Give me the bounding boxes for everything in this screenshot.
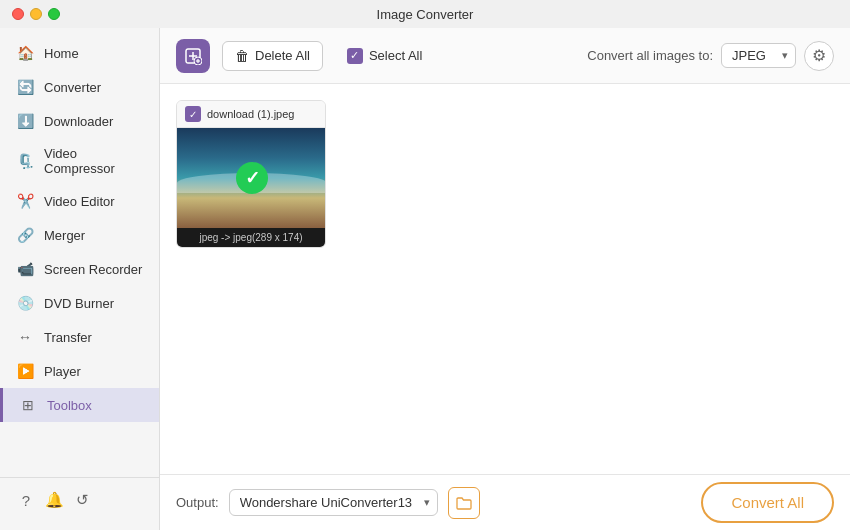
output-label: Output: <box>176 495 219 510</box>
window-title: Image Converter <box>377 7 474 22</box>
sidebar-label-converter: Converter <box>44 80 101 95</box>
image-card: ✓ download (1).jpeg ✓ jpeg -> jpeg(289 x… <box>176 100 326 248</box>
sidebar-item-merger[interactable]: 🔗 Merger <box>0 218 159 252</box>
toolbox-icon: ⊞ <box>19 396 37 414</box>
maximize-button[interactable] <box>48 8 60 20</box>
card-thumbnail[interactable]: ✓ <box>177 128 326 228</box>
trash-icon: 🗑 <box>235 48 249 64</box>
sidebar-item-video-editor[interactable]: ✂️ Video Editor <box>0 184 159 218</box>
toolbar-right: Convert all images to: JPEG PNG BMP TIFF… <box>587 41 834 71</box>
transfer-icon: ↔️ <box>16 328 34 346</box>
sidebar-item-video-compressor[interactable]: 🗜️ Video Compressor <box>0 138 159 184</box>
content-footer: Output: Wondershare UniConverter13 Conve… <box>160 474 850 530</box>
delete-all-label: Delete All <box>255 48 310 63</box>
select-all-checkbox-icon: ✓ <box>347 48 363 64</box>
help-icon[interactable]: ? <box>16 490 36 510</box>
content-toolbar: 🗑 Delete All ✓ Select All Convert all im… <box>160 28 850 84</box>
image-card-header: ✓ download (1).jpeg <box>177 101 325 128</box>
format-select[interactable]: JPEG PNG BMP TIFF WEBP <box>721 43 796 68</box>
video-editor-icon: ✂️ <box>16 192 34 210</box>
traffic-lights <box>12 8 60 20</box>
video-compressor-icon: 🗜️ <box>16 152 34 170</box>
settings-button[interactable]: ⚙ <box>804 41 834 71</box>
downloader-icon: ⬇️ <box>16 112 34 130</box>
sidebar-label-downloader: Downloader <box>44 114 113 129</box>
sidebar: 🏠 Home 🔄 Converter ⬇️ Downloader 🗜️ Vide… <box>0 28 160 530</box>
home-icon: 🏠 <box>16 44 34 62</box>
sidebar-label-screen-recorder: Screen Recorder <box>44 262 142 277</box>
output-folder-select[interactable]: Wondershare UniConverter13 <box>229 489 438 516</box>
sidebar-label-transfer: Transfer <box>44 330 92 345</box>
card-conversion-info: jpeg -> jpeg(289 x 174) <box>177 228 325 247</box>
sidebar-item-screen-recorder[interactable]: 📹 Screen Recorder <box>0 252 159 286</box>
sidebar-label-video-editor: Video Editor <box>44 194 115 209</box>
check-overlay-icon: ✓ <box>236 162 268 194</box>
sidebar-item-downloader[interactable]: ⬇️ Downloader <box>0 104 159 138</box>
sidebar-label-toolbox: Toolbox <box>47 398 92 413</box>
close-button[interactable] <box>12 8 24 20</box>
sidebar-item-home[interactable]: 🏠 Home <box>0 36 159 70</box>
sidebar-item-transfer[interactable]: ↔️ Transfer <box>0 320 159 354</box>
title-bar: Image Converter <box>0 0 850 28</box>
delete-all-button[interactable]: 🗑 Delete All <box>222 41 323 71</box>
converter-icon: 🔄 <box>16 78 34 96</box>
minimize-button[interactable] <box>30 8 42 20</box>
add-image-button[interactable] <box>176 39 210 73</box>
sidebar-bottom: ? 🔔 ↺ <box>0 477 159 522</box>
sidebar-label-home: Home <box>44 46 79 61</box>
card-filename: download (1).jpeg <box>207 108 294 120</box>
format-select-wrapper: JPEG PNG BMP TIFF WEBP <box>721 43 796 68</box>
sidebar-item-dvd-burner[interactable]: 💿 DVD Burner <box>0 286 159 320</box>
convert-to-label: Convert all images to: <box>587 48 713 63</box>
sidebar-item-player[interactable]: ▶️ Player <box>0 354 159 388</box>
sidebar-label-dvd-burner: DVD Burner <box>44 296 114 311</box>
content-body: ✓ download (1).jpeg ✓ jpeg -> jpeg(289 x… <box>160 84 850 474</box>
sidebar-label-merger: Merger <box>44 228 85 243</box>
sidebar-label-player: Player <box>44 364 81 379</box>
sidebar-item-converter[interactable]: 🔄 Converter <box>0 70 159 104</box>
select-all-label: Select All <box>369 48 422 63</box>
open-folder-button[interactable] <box>448 487 480 519</box>
screen-recorder-icon: 📹 <box>16 260 34 278</box>
content-area: 🗑 Delete All ✓ Select All Convert all im… <box>160 28 850 530</box>
dvd-burner-icon: 💿 <box>16 294 34 312</box>
output-select-wrapper: Wondershare UniConverter13 <box>229 489 438 516</box>
refresh-icon[interactable]: ↺ <box>72 490 92 510</box>
sidebar-item-toolbox[interactable]: ⊞ Toolbox <box>0 388 159 422</box>
main-layout: 🏠 Home 🔄 Converter ⬇️ Downloader 🗜️ Vide… <box>0 28 850 530</box>
card-checkbox[interactable]: ✓ <box>185 106 201 122</box>
sidebar-label-video-compressor: Video Compressor <box>44 146 143 176</box>
select-all-button[interactable]: ✓ Select All <box>335 42 434 70</box>
convert-all-button[interactable]: Convert All <box>701 482 834 523</box>
player-icon: ▶️ <box>16 362 34 380</box>
notifications-icon[interactable]: 🔔 <box>44 490 64 510</box>
merger-icon: 🔗 <box>16 226 34 244</box>
